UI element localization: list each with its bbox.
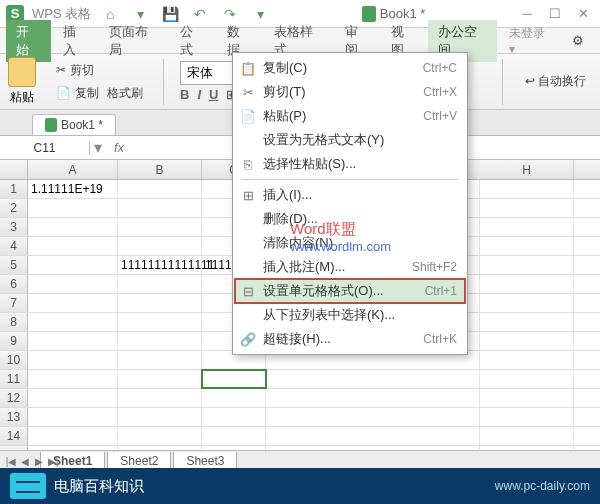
sheet-nav-next-icon[interactable]: ▶ — [32, 456, 46, 467]
name-box[interactable]: C11 — [0, 141, 90, 155]
row-header-2[interactable]: 2 — [0, 199, 28, 217]
cell-H10[interactable] — [480, 351, 574, 369]
select-all-corner[interactable] — [0, 160, 28, 179]
cell-A2[interactable] — [28, 199, 118, 217]
cell-B1[interactable] — [118, 180, 202, 198]
row-header-9[interactable]: 9 — [0, 332, 28, 350]
cell-H6[interactable] — [480, 275, 574, 293]
bold-button[interactable]: B — [180, 87, 189, 102]
row-header-12[interactable]: 12 — [0, 389, 28, 407]
cell-B2[interactable] — [118, 199, 202, 217]
menu-公式[interactable]: 公式 — [170, 20, 215, 62]
cell-C11[interactable] — [202, 370, 266, 388]
cell-A3[interactable] — [28, 218, 118, 236]
cell-B8[interactable] — [118, 313, 202, 331]
login-status[interactable]: 未登录 ▾ — [501, 25, 560, 56]
row-header-6[interactable]: 6 — [0, 275, 28, 293]
sheet-nav-first-icon[interactable]: |◀ — [4, 456, 18, 467]
context-设置为无格式文本(Y)[interactable]: 设置为无格式文本(Y) — [235, 128, 465, 152]
paste-button[interactable]: 粘贴 — [8, 57, 36, 106]
cell-A13[interactable] — [28, 408, 118, 426]
col-header-A[interactable]: A — [28, 160, 118, 179]
cell-H13[interactable] — [480, 408, 574, 426]
cell-A5[interactable] — [28, 256, 118, 274]
cell-A11[interactable] — [28, 370, 118, 388]
cell-B11[interactable] — [118, 370, 202, 388]
cell-A10[interactable] — [28, 351, 118, 369]
sheet-nav-prev-icon[interactable]: ◀ — [18, 456, 32, 467]
cut-button[interactable]: ✂ 剪切 — [52, 60, 147, 81]
row-header-8[interactable]: 8 — [0, 313, 28, 331]
cell-B12[interactable] — [118, 389, 202, 407]
cell-A4[interactable] — [28, 237, 118, 255]
context-清除内容(N)[interactable]: 清除内容(N) — [235, 231, 465, 255]
context-从下拉列表中选择(K)...[interactable]: 从下拉列表中选择(K)... — [235, 303, 465, 327]
row-header-4[interactable]: 4 — [0, 237, 28, 255]
doc-tab[interactable]: Book1 * — [32, 114, 116, 135]
context-删除(D)...[interactable]: 删除(D)... — [235, 207, 465, 231]
cell-B9[interactable] — [118, 332, 202, 350]
cell-H5[interactable] — [480, 256, 574, 274]
cell-H3[interactable] — [480, 218, 574, 236]
context-插入批注(M)...[interactable]: 插入批注(M)...Shift+F2 — [235, 255, 465, 279]
cell-H12[interactable] — [480, 389, 574, 407]
cell-B5[interactable]: 11111111111111 — [118, 256, 202, 274]
cell-B4[interactable] — [118, 237, 202, 255]
cell-A14[interactable] — [28, 427, 118, 445]
row-header-3[interactable]: 3 — [0, 218, 28, 236]
cell-C12[interactable] — [202, 389, 266, 407]
italic-button[interactable]: I — [197, 87, 201, 102]
context-复制(C)[interactable]: 📋复制(C)Ctrl+C — [235, 56, 465, 80]
col-header-B[interactable]: B — [118, 160, 202, 179]
cell-C13[interactable] — [202, 408, 266, 426]
auto-wrap-button[interactable]: ↩ 自动换行 — [519, 69, 592, 94]
menu-插入[interactable]: 插入 — [53, 20, 98, 62]
cell-A9[interactable] — [28, 332, 118, 350]
cell-A6[interactable] — [28, 275, 118, 293]
row-header-13[interactable]: 13 — [0, 408, 28, 426]
cell-H8[interactable] — [480, 313, 574, 331]
context-剪切(T)[interactable]: ✂剪切(T)Ctrl+X — [235, 80, 465, 104]
cell-A1[interactable]: 1.11111E+19 — [28, 180, 118, 198]
fx-button[interactable]: fx — [106, 140, 132, 155]
cell-H4[interactable] — [480, 237, 574, 255]
context-选择性粘贴(S)...[interactable]: ⎘选择性粘贴(S)... — [235, 152, 465, 176]
context-设置单元格格式(O)...[interactable]: ⊟设置单元格格式(O)...Ctrl+1 — [235, 279, 465, 303]
row-header-7[interactable]: 7 — [0, 294, 28, 312]
close-icon[interactable]: ✕ — [572, 4, 594, 24]
cell-H7[interactable] — [480, 294, 574, 312]
cell-B6[interactable] — [118, 275, 202, 293]
cell-A7[interactable] — [28, 294, 118, 312]
row-header-5[interactable]: 5 — [0, 256, 28, 274]
menu-页面布局[interactable]: 页面布局 — [99, 20, 168, 62]
cell-B7[interactable] — [118, 294, 202, 312]
copy-format-button[interactable]: 📄 复制 格式刷 — [52, 83, 147, 104]
minimize-icon[interactable]: ─ — [516, 4, 538, 24]
context-插入(I)...[interactable]: ⊞插入(I)... — [235, 183, 465, 207]
col-header-H[interactable]: H — [480, 160, 574, 179]
cell-B3[interactable] — [118, 218, 202, 236]
cell-B13[interactable] — [118, 408, 202, 426]
name-box-dropdown-icon[interactable]: ▾ — [90, 138, 106, 157]
cell-B14[interactable] — [118, 427, 202, 445]
cell-C14[interactable] — [202, 427, 266, 445]
cell-A8[interactable] — [28, 313, 118, 331]
cell-H2[interactable] — [480, 199, 574, 217]
cell-H11[interactable] — [480, 370, 574, 388]
row-header-11[interactable]: 11 — [0, 370, 28, 388]
row-header-1[interactable]: 1 — [0, 180, 28, 198]
row-header-10[interactable]: 10 — [0, 351, 28, 369]
cell-B10[interactable] — [118, 351, 202, 369]
cell-H1[interactable] — [480, 180, 574, 198]
cell-A12[interactable] — [28, 389, 118, 407]
row-header-14[interactable]: 14 — [0, 427, 28, 445]
context-粘贴(P)[interactable]: 📄粘贴(P)Ctrl+V — [235, 104, 465, 128]
context-超链接(H)...[interactable]: 🔗超链接(H)...Ctrl+K — [235, 327, 465, 351]
underline-button[interactable]: U — [209, 87, 218, 102]
maximize-icon[interactable]: ☐ — [544, 4, 566, 24]
cell-H14[interactable] — [480, 427, 574, 445]
menu-开始[interactable]: 开始 — [6, 20, 51, 62]
sheet-nav-last-icon[interactable]: ▶| — [46, 456, 60, 467]
cell-H9[interactable] — [480, 332, 574, 350]
gear-icon[interactable]: ⚙ — [562, 30, 594, 51]
